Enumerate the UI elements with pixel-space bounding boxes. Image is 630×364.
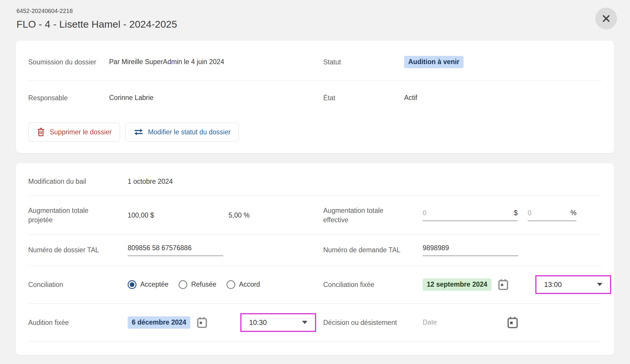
submission-value: Par Mireille SuperAdmin le 4 juin 2024 [109,58,224,66]
radio-unselected-icon [226,280,235,289]
tal-file-number-label: Numéro de dossier TAL [28,245,128,255]
projected-increase-label: Augmentation totale projetée [28,206,128,225]
radio-option-refusee[interactable]: Refusée [179,280,216,289]
modify-status-button[interactable]: Modifier le statut du dossier [125,123,239,141]
projected-increase-percent: 5,00 % [229,211,250,219]
conciliation-time-value: 13:00 [544,280,562,289]
effective-amount-field: $ [423,209,518,221]
tal-file-number-input[interactable] [128,244,223,256]
radio-label-accord: Accord [239,280,260,288]
calendar-icon[interactable] [507,316,518,329]
hearing-decision-row: Audition fixée 6 décembre 2024 10:30 Déc… [28,304,602,342]
transfer-arrows-icon [134,128,144,136]
responsible-row: Responsable Corinne Labrie État Actif [28,81,602,115]
increase-row: Augmentation totale projetée 100,00 $ 5,… [28,196,602,234]
tal-file-number-field [128,244,223,256]
radio-unselected-icon [179,280,187,289]
effective-percent-field: % [528,209,576,221]
status-label: Statut [323,57,404,67]
tal-request-number-input[interactable] [423,244,518,256]
hearing-date-label: Audition fixée [28,318,128,327]
effective-amount-input[interactable] [423,209,514,221]
case-number: 6452-20240604-2218 [16,8,614,14]
case-detail-page: 6452-20240604-2218 FLO - 4 - Lisette Ham… [0,0,630,364]
status-badge: Audition à venir [404,56,464,68]
actions-row: Supprimer le dossier Modifier le statut … [28,123,602,141]
radio-selected-icon [128,280,136,289]
close-icon [601,14,611,23]
conciliation-time-select[interactable]: 13:00 [535,275,611,294]
lease-modification-value: 1 octobre 2024 [128,178,173,186]
radio-label-acceptee: Acceptée [140,280,169,288]
delete-case-button[interactable]: Supprimer le dossier [28,123,120,141]
submission-row: Soumission du dossier Par Mireille Super… [28,44,602,81]
projected-increase-amount: 100,00 $ [128,211,229,219]
effective-percent-input[interactable] [528,209,571,221]
chevron-down-icon [302,321,307,324]
dollar-suffix: $ [514,209,518,221]
conciliation-label: Conciliation [28,280,128,289]
tal-request-number-label: Numéro de demande TAL [323,245,423,255]
responsible-value: Corinne Labrie [109,94,154,102]
radio-option-acceptee[interactable]: Acceptée [128,280,169,289]
effective-increase-label: Augmentation totale effective [323,206,423,225]
state-label: État [323,93,404,103]
hearing-date-badge[interactable]: 6 décembre 2024 [128,316,190,329]
conciliation-date-badge[interactable]: 12 septembre 2024 [423,278,491,291]
tal-numbers-row: Numéro de dossier TAL Numéro de demande … [28,235,602,266]
chevron-down-icon [597,283,602,286]
decision-date-placeholder[interactable]: Date [423,318,501,326]
submission-label: Soumission du dossier [28,57,109,67]
summary-card: Soumission du dossier Par Mireille Super… [16,41,614,153]
lease-modification-label: Modification du bail [28,177,128,186]
percent-suffix: % [571,209,576,221]
modify-status-label: Modifier le statut du dossier [148,128,231,136]
calendar-icon[interactable] [498,279,509,290]
tal-request-number-field [423,244,518,256]
hearing-time-select[interactable]: 10:30 [240,313,316,332]
lease-modification-row: Modification du bail 1 octobre 2024 [28,167,602,196]
conciliation-date-label: Conciliation fixée [323,280,423,289]
hearing-time-value: 10:30 [249,318,267,327]
radio-label-refusee: Refusée [191,280,216,288]
decision-label: Décision ou désistement [323,318,423,327]
responsible-label: Responsable [28,93,109,103]
trash-icon [36,127,45,137]
page-title: FLO - 4 - Lisette Hamel - 2024-2025 [16,19,614,30]
close-button[interactable] [595,8,617,29]
radio-option-accord[interactable]: Accord [226,280,260,289]
calendar-icon[interactable] [197,317,207,328]
page-header: 6452-20240604-2218 FLO - 4 - Lisette Ham… [0,0,630,30]
conciliation-row: Conciliation Acceptée Refusée Accord Con… [28,266,602,304]
delete-case-label: Supprimer le dossier [50,128,112,136]
state-value: Actif [404,94,417,102]
details-card: Modification du bail 1 octobre 2024 Augm… [16,163,614,355]
